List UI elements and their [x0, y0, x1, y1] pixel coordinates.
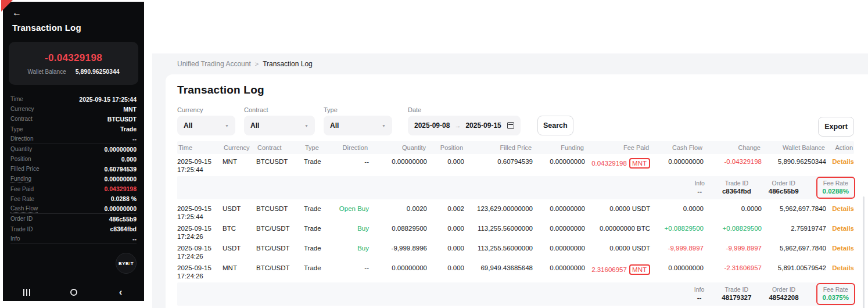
- cell-quantity: -9,999.8996: [369, 245, 427, 260]
- type-select[interactable]: All ▼: [324, 116, 392, 135]
- expanded-trade-id: Trade IDc8364fbd: [722, 180, 751, 196]
- phone-field-label: Filled Price: [10, 166, 39, 172]
- cell-type: Trade: [304, 225, 334, 241]
- column-header: Change: [704, 144, 762, 151]
- info-label: Info: [694, 286, 705, 293]
- cell-change: -0.04329198: [704, 158, 762, 174]
- expanded-trade-id: Trade ID48179327: [722, 286, 751, 302]
- cell-cash-flow: 0.00000000: [650, 264, 704, 280]
- fee-rate-label: Fee Rate: [823, 180, 849, 187]
- details-link[interactable]: Details: [832, 225, 854, 232]
- date-filter-label: Date: [408, 106, 521, 113]
- details-link[interactable]: Details: [832, 158, 854, 165]
- order-id-label: Order ID: [769, 286, 798, 293]
- phone-field-value: 0.0288 %: [111, 195, 137, 202]
- export-button[interactable]: Export: [818, 117, 854, 137]
- details-link[interactable]: Details: [832, 264, 854, 271]
- fee-paid-unit-annotation: MNT: [629, 158, 650, 169]
- fee-paid-amount: 0.0000: [609, 245, 632, 252]
- phone-field-row: Trade IDc8364fbd: [10, 224, 137, 234]
- breadcrumb-current: Transaction Log: [263, 60, 313, 68]
- cell-wallet-balance: 5,962,697.7840: [762, 245, 826, 260]
- cell-currency: USDT: [223, 205, 256, 221]
- chevron-down-icon: ▼: [382, 124, 386, 128]
- transaction-detail-fields: Time2025-09-15 17:25:44CurrencyMNTContra…: [3, 94, 144, 244]
- home-button[interactable]: [50, 289, 97, 296]
- cell-type: Trade: [304, 205, 334, 221]
- cell-action: Details: [826, 245, 854, 260]
- phone-field-value: 0.60794539: [105, 166, 137, 173]
- expanded-order-id: Order ID486c55b9: [769, 180, 799, 196]
- date-range-arrow: →: [454, 122, 461, 129]
- cell-position: 0.000: [427, 245, 464, 260]
- phone-field-label: Order ID: [10, 216, 33, 222]
- time-line: 2025-09-15: [177, 158, 223, 166]
- cell-filled-price: 69,949.43685648: [464, 264, 533, 280]
- details-link[interactable]: Details: [832, 245, 854, 252]
- cell-time: 2025-09-1517:25:44: [177, 205, 223, 221]
- table-row: 2025-09-1517:24:26MNTBTC/USDTTrade--0.00…: [177, 260, 854, 280]
- time-line: 17:25:44: [177, 213, 223, 221]
- phone-field-row: Time2025-09-15 17:25:44: [10, 94, 137, 104]
- phone-field-row: Info--: [10, 234, 137, 244]
- info-label: Info: [694, 180, 705, 187]
- cell-contract: BTC/USDT: [256, 225, 304, 241]
- back-arrow-icon[interactable]: ←: [12, 8, 21, 18]
- fee-paid-unit: USDT: [632, 245, 650, 252]
- cell-fee-paid: 0.04329198 MNT: [585, 158, 650, 174]
- fee-paid-amount: 2.31606957: [591, 266, 629, 273]
- phone-field-label: Fee Paid: [10, 186, 34, 192]
- currency-select[interactable]: All ▼: [177, 116, 235, 135]
- phone-field-label: Time: [10, 96, 23, 102]
- back-chevron-icon: ‹: [119, 288, 123, 296]
- phone-field-value: 0.00000000: [105, 205, 137, 212]
- phone-field-label: Info: [10, 235, 20, 242]
- search-button[interactable]: Search: [537, 116, 573, 135]
- cell-currency: MNT: [223, 264, 256, 280]
- cell-funding: 0.00000000: [533, 225, 585, 241]
- table-row: 2025-09-1517:24:26BTCBTC/USDTTradeBuy0.0…: [177, 221, 854, 241]
- column-header: Contract: [256, 144, 304, 151]
- cell-funding: 0.00000000: [533, 158, 585, 174]
- cell-quantity: 0.08829500: [369, 225, 427, 241]
- column-header: Fee Paid: [585, 144, 650, 151]
- fee-paid-amount: 0.00000000: [600, 225, 637, 232]
- cell-time: 2025-09-1517:24:26: [177, 264, 223, 280]
- phone-field-label: Quantity: [10, 146, 32, 152]
- phone-field-row: Funding0.00000000: [10, 174, 137, 184]
- time-line: 2025-09-15: [177, 225, 223, 233]
- cell-wallet-balance: 5,890.96250344: [762, 158, 826, 174]
- date-start-value: 2025-09-08: [414, 121, 450, 130]
- cell-cash-flow: 0.0000: [650, 205, 704, 221]
- fee-rate-label: Fee Rate: [823, 286, 849, 293]
- phone-field-label: Contract: [10, 116, 33, 122]
- filter-bar: Currency All ▼ Contract All ▼ Type All ▼: [177, 106, 854, 135]
- back-button[interactable]: ‹: [97, 288, 144, 296]
- phone-field-value: 0.00000000: [105, 146, 137, 153]
- cell-wallet-balance: 5,962,697.7840: [762, 205, 826, 221]
- chevron-down-icon: ▼: [225, 124, 229, 128]
- table-scrollbar[interactable]: [863, 196, 865, 308]
- phone-field-value: BTCUSDT: [107, 116, 137, 123]
- breadcrumb-parent-link[interactable]: Unified Trading Account: [177, 60, 251, 68]
- cell-cash-flow: 0.00000000: [650, 158, 704, 174]
- page-title: Transaction Log: [177, 84, 854, 96]
- cell-change: 0.0000: [704, 205, 762, 221]
- wallet-balance-value: 5,890.96250344: [76, 68, 120, 75]
- fee-rate-value: 0.0288%: [823, 187, 849, 196]
- phone-header: ← Transaction Log: [3, 2, 144, 33]
- phone-field-row: Fee Paid0.04329198: [10, 184, 137, 194]
- phone-field-value: --: [132, 135, 137, 142]
- details-link[interactable]: Details: [832, 205, 854, 212]
- contract-select[interactable]: All ▼: [244, 116, 315, 135]
- recents-button[interactable]: [3, 289, 50, 296]
- cell-currency: USDT: [223, 245, 256, 260]
- contract-select-value: All: [250, 121, 259, 130]
- date-range-picker[interactable]: 2025-09-08 → 2025-09-15: [408, 116, 521, 135]
- calendar-icon: [507, 122, 514, 129]
- cell-position: 0.000: [427, 225, 464, 241]
- trade-id-value: c8364fbd: [722, 187, 751, 196]
- trade-id-label: Trade ID: [722, 180, 751, 187]
- bybit-logo-text: BYB: [119, 261, 129, 266]
- phone-field-row: Direction--: [10, 134, 137, 144]
